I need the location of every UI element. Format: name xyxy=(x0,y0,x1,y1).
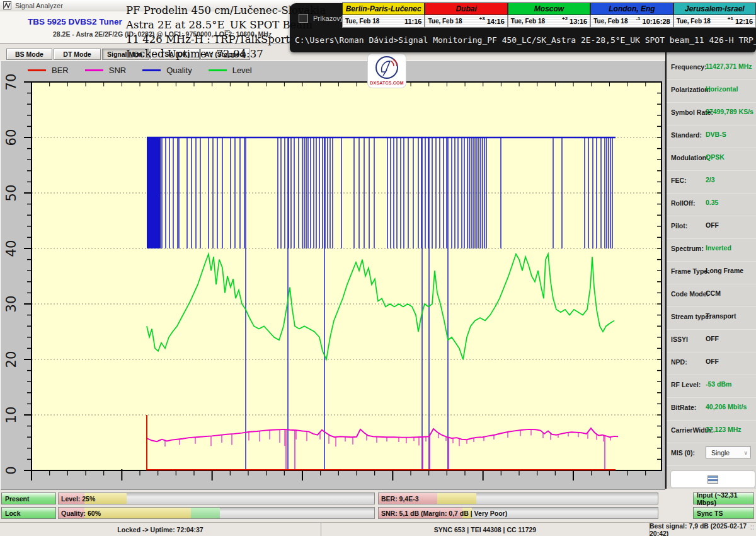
window-title: Signal Analyzer xyxy=(15,2,63,9)
clock-utc-offset: +1 xyxy=(728,16,733,21)
param-label: BitRate: xyxy=(671,404,696,411)
overlay-text-line: 11 426 MHz-H : TRP/TalkSport xyxy=(126,32,326,47)
param-value: Inverted xyxy=(706,244,731,252)
param-row-pilot: Pilot:OFF xyxy=(667,216,756,239)
clock-time: 11:16 xyxy=(404,18,422,25)
legend-label: Quality xyxy=(166,66,192,75)
statusbar-sync-counters: SYNC 653 | TEI 44308 | CC 11729 xyxy=(321,523,650,536)
progress-segment xyxy=(437,493,476,504)
clock-panel: MoscowTue, Feb 18+213:16 xyxy=(508,3,590,28)
resize-grip[interactable]: ⁞⁞ xyxy=(750,525,755,531)
param-row-standard: Standard:DVB-S xyxy=(667,125,756,148)
clock-body: Tue, Feb 18-110:16:28 xyxy=(590,15,673,28)
statusbar-uptime: Locked -> Uptime: 72:04:37 xyxy=(0,523,321,536)
clock-date: Tue, Feb 18 xyxy=(593,18,636,25)
status-badge-sync-ts: Sync TS xyxy=(693,507,754,519)
y-axis-label-40: 40 xyxy=(0,237,23,260)
param-row-issyi: ISSYIOFF xyxy=(667,330,756,352)
mis-select-value: Single xyxy=(711,449,730,457)
progress-bar: SNR: 5,1 dB (Margin: 0,7 dB | Very Poor) xyxy=(378,507,658,519)
clock-city-header: Jerusalem-Israel xyxy=(673,3,756,15)
legend-line-sample xyxy=(85,69,103,71)
progress-bar-label: BER: 9,4E-3 xyxy=(381,495,419,503)
param-row-modulation: Modulation:QPSK xyxy=(667,148,756,171)
world-clocks: Berlin-Paris-LučenecTue, Feb 1811:16Duba… xyxy=(342,3,756,28)
y-axis-label-10: 10 xyxy=(0,404,23,426)
param-label: Spectrum: xyxy=(671,245,704,252)
plot-background xyxy=(32,82,662,470)
chart-legend: BERSNRQualityLevel xyxy=(28,64,252,76)
param-row-carrierwidth: CarrierWidth:37,123 MHz xyxy=(667,421,756,443)
legend-line-sample xyxy=(28,69,46,71)
mis-select[interactable]: Single∨ xyxy=(706,446,751,458)
param-row-spectrum: Spectrum:Inverted xyxy=(667,239,756,262)
param-label: FEC: xyxy=(671,177,687,184)
console-button[interactable] xyxy=(670,470,755,488)
tuner-title: TBS 5925 DVBS2 Tuner xyxy=(28,17,122,26)
param-value: Horizontal xyxy=(706,85,738,93)
toolbar-button-bs-mode[interactable]: BS Mode xyxy=(6,49,52,60)
param-label: RollOff: xyxy=(671,199,696,207)
param-value: DVB-S xyxy=(706,131,726,138)
param-value: CCM xyxy=(706,289,721,297)
param-value: 27499,789 KS/s xyxy=(706,108,753,115)
param-row-fec: FEC:2/3 xyxy=(667,171,756,194)
overlay-text-line: Astra 2E at 28.5°E_UK SPOT Beam xyxy=(126,18,326,32)
progress-bar: BER: 9,4E-3 xyxy=(378,492,658,504)
toolbar-button-dt-mode[interactable]: DT Mode xyxy=(54,49,101,60)
logo-text: DXSATCS.COM xyxy=(370,81,403,85)
param-value: 11427,371 MHz xyxy=(706,62,752,70)
clock-body: Tue, Feb 18+112:16 xyxy=(673,15,756,28)
signal-chart xyxy=(0,61,665,490)
statusbar: Locked -> Uptime: 72:04:37 SYNC 653 | TE… xyxy=(0,522,756,536)
clock-body: Tue, Feb 1811:16 xyxy=(342,15,425,28)
clock-city-header: Berlin-Paris-Lučenec xyxy=(342,3,425,15)
clock-time: 14:16 xyxy=(487,18,505,25)
dxsatcs-logo: DXSATCS.COM xyxy=(367,53,406,88)
param-label: RF Level: xyxy=(671,381,701,388)
legend-item-snr: SNR xyxy=(85,66,126,75)
clock-panel: London, EngTue, Feb 18-110:16:28 xyxy=(590,3,673,28)
statusbar-best-signal: Best signal: 7,9 dB (2025-02-17 20:42) xyxy=(650,523,756,536)
clock-utc-offset: +3 xyxy=(479,16,485,21)
clock-city-header: Moscow xyxy=(508,3,590,15)
param-value: 37,123 MHz xyxy=(706,426,742,433)
clock-time: 10:16:28 xyxy=(643,18,670,25)
param-row-polarization: Polarization:Horizontal xyxy=(667,80,756,103)
terminal-command-line[interactable]: C:\Users\Roman Dávid>Signal Monitoring_P… xyxy=(295,35,756,45)
param-label: Frequency: xyxy=(671,63,707,71)
param-row-rf-level: RF Level:-53 dBm xyxy=(667,375,756,398)
quality-dropout-block xyxy=(147,137,161,248)
clock-body: Tue, Feb 18+314:16 xyxy=(425,15,507,28)
status-badge-input-32-31-mbps: Input (~32,31 Mbps) xyxy=(693,492,754,504)
param-row-frequency: Frequency:11427,371 MHz xyxy=(667,57,756,80)
param-label: MIS (0): xyxy=(671,449,695,457)
y-axis-label-50: 50 xyxy=(0,182,23,204)
legend-label: SNR xyxy=(109,66,126,75)
satellite-dish-icon xyxy=(374,55,399,80)
clock-time: 12:16 xyxy=(735,18,753,25)
legend-label: BER xyxy=(52,66,69,75)
signal-analyzer-window: Signal Analyzer TBS 5925 DVBS2 Tuner 28.… xyxy=(0,0,756,536)
param-value: Transport xyxy=(706,312,736,320)
clock-panel: DubaiTue, Feb 18+314:16 xyxy=(425,3,507,28)
param-label: Standard: xyxy=(671,131,702,139)
legend-line-sample xyxy=(209,69,227,71)
progress-bar: Level: 25% xyxy=(58,492,375,504)
param-value: 40,206 Mbit/s xyxy=(706,403,747,411)
clock-time: 13:16 xyxy=(570,18,587,25)
status-badge-lock: Lock xyxy=(1,507,56,519)
param-row-mis: MIS (0):Single∨ xyxy=(667,443,756,466)
param-label: Code Mode: xyxy=(671,290,709,298)
clock-date: Tue, Feb 18 xyxy=(345,18,404,25)
clock-city-header: Dubai xyxy=(425,3,507,15)
param-label: NPD: xyxy=(671,358,687,366)
clock-date: Tue, Feb 18 xyxy=(428,18,479,25)
overlay-text-line: Locked Uptime : 72:04:37 xyxy=(126,47,326,61)
param-value: 2/3 xyxy=(706,176,715,184)
y-axis-label-20: 20 xyxy=(0,348,23,371)
param-label: Modulation: xyxy=(671,154,708,161)
clock-date: Tue, Feb 18 xyxy=(511,18,562,25)
param-value: Long Frame xyxy=(706,267,743,274)
param-value: -53 dBm xyxy=(706,380,731,388)
